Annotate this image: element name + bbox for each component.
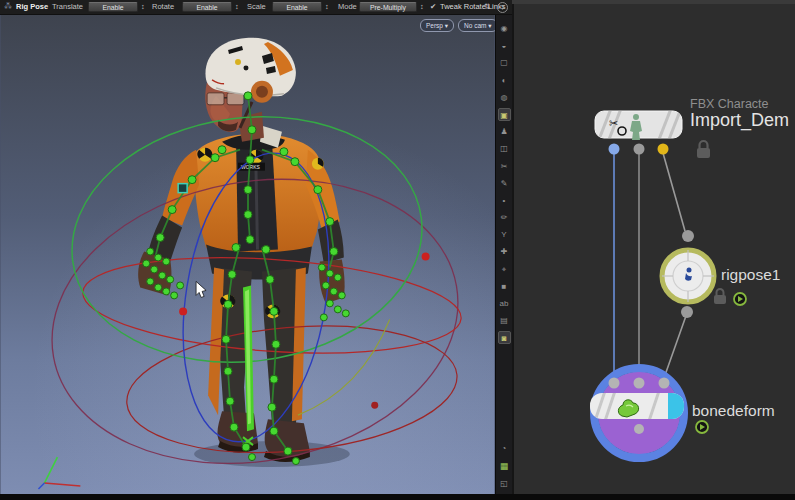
view-tool-icon[interactable]: ◉ [498, 22, 511, 35]
tweak-rotate-links-label: Tweak Rotate Links [440, 0, 505, 14]
edit-icon[interactable]: ✏ [498, 211, 511, 224]
translate-spinner-icon[interactable]: ↕ [141, 0, 145, 14]
shading-icon[interactable]: ◐ [498, 74, 511, 87]
state-label: Rig Pose [16, 0, 48, 14]
ring-handle-dot[interactable] [371, 402, 378, 409]
camera-icon[interactable]: ▢ [498, 56, 511, 69]
grid-snap-icon[interactable]: ▦ [498, 460, 511, 473]
translate-label: Translate [52, 0, 83, 14]
lighting-icon[interactable]: ◍ [498, 91, 511, 104]
headlight-icon[interactable]: ◙ [498, 331, 511, 344]
handles-icon[interactable]: ✚ [498, 245, 511, 258]
time-dependent-icon [696, 421, 708, 433]
point-icon[interactable]: • [498, 194, 511, 207]
snapshot-icon[interactable]: ◫ [498, 142, 511, 155]
operation-toolbar: ⁂ Rig Pose Translate Enable ↕ Rotate Ena… [0, 0, 512, 15]
scene-viewport[interactable]: WORKS [0, 14, 495, 494]
input-dot-3[interactable] [659, 378, 670, 389]
stop-icon[interactable]: ■ [498, 280, 511, 293]
ring-handle-dot[interactable] [179, 307, 187, 315]
node-type-label: FBX Characte [690, 97, 769, 111]
draw-icon[interactable]: ✎ [498, 177, 511, 190]
output-dot-gray[interactable] [634, 144, 645, 155]
input-dot[interactable] [682, 230, 694, 242]
translate-enable-dropdown[interactable]: Enable [88, 2, 138, 12]
sort-icon[interactable]: ⇅ [484, 0, 490, 14]
chevron-down-icon: ▾ [445, 22, 448, 29]
node-name-bonedeform[interactable]: bonedeform [692, 402, 775, 420]
scale-enable-dropdown[interactable]: Enable [272, 2, 322, 12]
secure-lock-icon[interactable]: ◒ [498, 39, 511, 52]
info-icon[interactable]: ◔ [498, 442, 511, 455]
network-editor-top-strip [512, 0, 795, 4]
output-dot[interactable] [634, 424, 644, 434]
help-icon[interactable]: ? [497, 2, 508, 13]
scale-label: Scale [247, 0, 266, 14]
lock-icon [697, 141, 710, 158]
viewport-canvas[interactable]: WORKS [0, 14, 495, 494]
output-dot[interactable] [681, 306, 693, 318]
pivot-handle-box[interactable] [178, 184, 187, 193]
rotate-label: Rotate [152, 0, 174, 14]
output-dot-blue[interactable] [609, 144, 620, 155]
scale-spinner-icon[interactable]: ↕ [325, 0, 329, 14]
node-name-rigpose[interactable]: rigpose1 [721, 266, 780, 284]
mode-label: Mode [338, 0, 357, 14]
rotate-spinner-icon[interactable]: ↕ [235, 0, 239, 14]
svg-text:✂: ✂ [609, 117, 618, 130]
time-dependent-icon [734, 293, 746, 305]
wire-rigpose-to-bonedeform[interactable] [664, 313, 687, 378]
chevron-down-icon: ▾ [488, 22, 491, 29]
input-dot-1[interactable] [609, 378, 620, 389]
output-dot-yellow[interactable] [658, 144, 669, 155]
image-plane-icon[interactable]: ▤ [498, 314, 511, 327]
tripod-icon[interactable]: Y [498, 228, 511, 241]
node-bonedeform-body[interactable] [590, 368, 708, 458]
display-options-icon[interactable]: ▣ [498, 108, 511, 121]
cut-icon[interactable]: ✂ [498, 160, 511, 173]
ring-handle-dot[interactable] [422, 253, 430, 261]
window-bottom-edge [0, 494, 795, 500]
text-icon[interactable]: ab [498, 297, 511, 310]
lock-icon [714, 289, 726, 304]
input-dot-2[interactable] [634, 378, 645, 389]
houdini-window: ⁂ Rig Pose Translate Enable ↕ Rotate Ena… [0, 0, 795, 500]
viewport-side-toolbar: ◉ ◒ ▢ ◐ ◍ ▣ ♟ ◫ ✂ ✎ • ✏ Y ✚ ⌖ ■ ab ▤ ◙ ◔… [495, 14, 512, 494]
rotate-enable-dropdown[interactable]: Enable [182, 2, 232, 12]
wire-import-to-rigpose[interactable] [663, 153, 685, 231]
node-name-import[interactable]: Import_Dem [690, 110, 789, 131]
layout-icon[interactable]: ◱ [498, 477, 511, 490]
tweak-rotate-links-checkbox[interactable]: ✔ [430, 0, 436, 14]
mode-dropdown[interactable]: Pre-Multiply [359, 2, 417, 12]
character-pick-icon[interactable]: ♟ [498, 125, 511, 138]
camera-nocam-dropdown[interactable]: No cam ▾ [458, 19, 497, 32]
state-icon: ⁂ [4, 0, 12, 14]
camera-persp-dropdown[interactable]: Persp ▾ [420, 19, 454, 32]
select-icon[interactable]: ⌖ [498, 263, 511, 276]
mode-spinner-icon[interactable]: ↕ [420, 0, 424, 14]
